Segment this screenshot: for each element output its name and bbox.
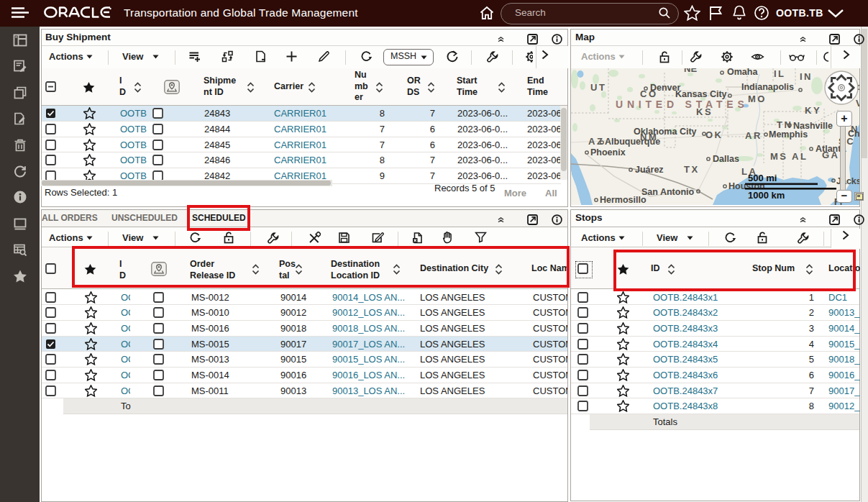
svg-text:Indianapolis: Indianapolis bbox=[741, 82, 794, 92]
svg-text:Albuquerque: Albuquerque bbox=[605, 137, 660, 147]
svg-text:Dallas: Dallas bbox=[713, 154, 739, 164]
svg-text:AZ: AZ bbox=[588, 136, 604, 147]
svg-text:Phoenix: Phoenix bbox=[590, 147, 626, 158]
svg-text:Juárez: Juárez bbox=[635, 165, 664, 175]
svg-text:UT: UT bbox=[590, 82, 606, 93]
svg-text:1000 km: 1000 km bbox=[748, 190, 785, 201]
svg-text:TX: TX bbox=[684, 164, 700, 175]
svg-text:NE: NE bbox=[684, 68, 697, 74]
svg-text:Cha: Cha bbox=[848, 129, 859, 139]
svg-text:Hermosillo: Hermosillo bbox=[600, 195, 647, 205]
svg-text:KS: KS bbox=[696, 106, 713, 117]
svg-text:KY: KY bbox=[805, 105, 821, 116]
svg-text:IN: IN bbox=[800, 71, 813, 82]
svg-text:OK: OK bbox=[705, 129, 723, 140]
svg-text:Omaha: Omaha bbox=[727, 68, 758, 77]
svg-text:Kansas City: Kansas City bbox=[675, 89, 727, 99]
svg-text:IL: IL bbox=[774, 68, 786, 79]
svg-text:MS: MS bbox=[770, 151, 788, 162]
svg-text:MO: MO bbox=[748, 93, 767, 104]
svg-text:AL: AL bbox=[792, 151, 808, 162]
svg-text:Memphis: Memphis bbox=[769, 129, 808, 140]
svg-text:TN: TN bbox=[777, 119, 792, 130]
svg-text:Oklahoma City: Oklahoma City bbox=[634, 127, 697, 137]
svg-text:AR: AR bbox=[745, 130, 762, 141]
svg-text:San Antonio: San Antonio bbox=[641, 187, 695, 197]
svg-text:UNITED STATES: UNITED STATES bbox=[616, 99, 749, 110]
svg-text:500 mi: 500 mi bbox=[748, 173, 777, 183]
